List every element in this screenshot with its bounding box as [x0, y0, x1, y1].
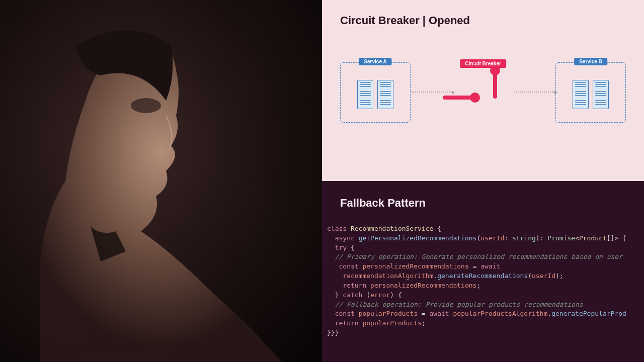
- service-b-box: Service B: [555, 62, 626, 123]
- circuit-breaker-diagram: Circuit Breaker | Opened Service A: [322, 0, 644, 181]
- service-a-label: Service A: [359, 58, 391, 65]
- server-icon: [357, 80, 373, 109]
- circuit-breaker-label: Circuit Breaker: [460, 59, 506, 68]
- code-block: class RecommendationService { async getP…: [327, 224, 626, 338]
- code-panel: Fallback Pattern class RecommendationSer…: [322, 181, 644, 362]
- service-b-label: Service B: [574, 58, 607, 65]
- server-icon: [573, 80, 589, 109]
- arrow-icon: [514, 92, 554, 93]
- portrait-photo: [0, 0, 322, 362]
- service-a-box: Service A: [340, 62, 411, 123]
- svg-point-1: [131, 98, 161, 113]
- diagram-title: Circuit Breaker | Opened: [340, 14, 626, 27]
- open-switch-icon: [443, 72, 523, 113]
- server-icon: [593, 80, 609, 109]
- server-icon: [377, 80, 393, 109]
- code-title: Fallback Pattern: [340, 195, 626, 211]
- person-silhouette: [0, 0, 322, 362]
